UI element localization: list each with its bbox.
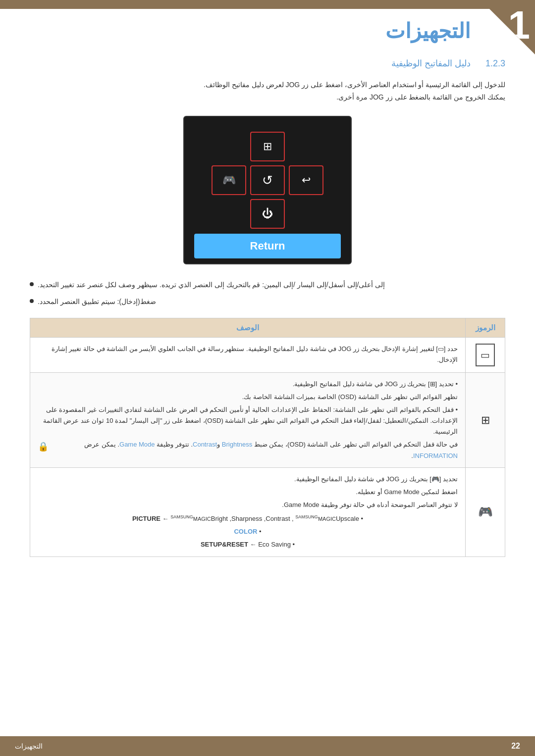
desc-part-3-4: • PICTURE ← SAMSUNGMAGICBright ,Sharpnes… — [38, 513, 458, 524]
desc-part-3-3: لا تتوفر العناصر الموضحة أدناه في حالة ت… — [38, 500, 458, 510]
monitor-return-label: Return — [194, 234, 341, 258]
osd-icon: ⊞ — [481, 414, 490, 426]
desc-part-3-1: تحديد [🎮] بتحريك زر JOG في شاشة دليل الم… — [38, 474, 458, 485]
table-header-col1: الرموز — [466, 318, 505, 337]
game-icon: 🎮 — [222, 174, 236, 187]
desc-text-3-2: اضغط لتمكين Game Mode أو تعطيله. — [356, 488, 458, 496]
brightness-text: Brightness — [222, 441, 252, 448]
table-row-3: 🎮 تحديد [🎮] بتحريك زر JOG في شاشة دليل ا… — [30, 467, 505, 556]
game-mode-text: Game Mode — [119, 441, 155, 448]
intro-text: للدخول إلى القائمة الرئيسية أو استخدام ا… — [30, 79, 505, 103]
desc-part-3-2: اضغط لتمكين Game Mode أو تعطيله. — [38, 487, 458, 498]
samsung-magic-sup: SAMSUNG — [170, 514, 193, 519]
table-icon-1: ▭ — [466, 337, 505, 372]
desc-part-3-6: • SETUP&RESET ← Eco Saving — [38, 539, 458, 550]
desc-part-2-1: • تحديد [⊞] بتحريك زر JOG في شاشة دليل ا… — [38, 379, 458, 390]
monitor-screen: ⊞ ↩ ↺ 🎮 ⏻ Return — [183, 116, 352, 264]
desc-text-1: حدد [▭] لتغيير إشارة الإدخال بتحريك زر J… — [52, 345, 458, 363]
desc-part-2-2: تظهر القوائم التي تظهر على الشاشة (OSD) … — [38, 392, 458, 403]
information-text: INFORMATION — [413, 452, 458, 459]
return-left-icon: ↩ — [302, 174, 311, 187]
table-row-1: ▭ حدد [▭] لتغيير إشارة الإدخال بتحريك زر… — [30, 337, 505, 372]
desc-text-3-1: تحديد [🎮] بتحريك زر JOG في شاشة دليل الم… — [294, 475, 458, 483]
footer-page-number: 22 — [511, 742, 520, 751]
monitor-diagram: ⊞ ↩ ↺ 🎮 ⏻ Return — [30, 116, 505, 264]
game-mode-icon: 🎮 — [478, 505, 493, 518]
bullet-item-2: ضغط(إدخال): سيتم تطبيق العنصر المحدد. — [30, 296, 505, 308]
table-desc-2: • تحديد [⊞] بتحريك زر JOG في شاشة دليل ا… — [30, 372, 466, 467]
color-label: COLOR — [234, 528, 257, 535]
desc-part-2-3: • قفل التحكم بالقوائم التي تظهر على الشا… — [38, 404, 458, 437]
footer-label: التجهيزات — [15, 742, 43, 750]
center-icon: ↺ — [262, 173, 273, 188]
table-header-col2: الوصف — [30, 318, 466, 337]
monitor-btn-bottom: ⏻ — [250, 199, 285, 229]
desc-text-2-4: في حالة قفل التحكم في القوائم التي تظهر … — [52, 439, 458, 461]
input-signal-icon: ▭ — [476, 344, 495, 366]
bullet-item-1: إلى أعلى/إلى أسفل/إلى اليسار /إلى اليمين… — [30, 279, 505, 291]
table-desc-3: تحديد [🎮] بتحريك زر JOG في شاشة دليل الم… — [30, 467, 466, 556]
contrast-text: Contrast — [193, 441, 217, 448]
bullet-list: إلى أعلى/إلى أسفل/إلى اليسار /إلى اليمين… — [30, 279, 505, 308]
bullet-text-2: ضغط(إدخال): سيتم تطبيق العنصر المحدد. — [38, 296, 156, 308]
bullet-text-1: إلى أعلى/إلى أسفل/إلى اليسار /إلى اليمين… — [38, 279, 385, 291]
magic-label2: MAGIC — [318, 516, 336, 522]
monitor-buttons: ⊞ ↩ ↺ 🎮 ⏻ — [194, 132, 341, 229]
bullet-dot-2 — [30, 299, 34, 303]
desc-text-2-1: تحديد [⊞] بتحريك زر JOG في شاشة دليل الم… — [293, 380, 454, 388]
monitor-btn-center: ↺ — [250, 165, 285, 195]
table-desc-1: حدد [▭] لتغيير إشارة الإدخال بتحريك زر J… — [30, 337, 466, 372]
content-area: 1.2.3 دليل المفاتيح الوظيفية للدخول إلى … — [0, 48, 535, 567]
picture-label: PICTURE — [132, 515, 160, 522]
monitor-btn-right: 🎮 — [212, 165, 246, 195]
table-icon-2: ⊞ — [466, 372, 505, 467]
desc-text-3-3: لا تتوفر العناصر الموضحة أدناه في حالة ت… — [282, 501, 458, 508]
power-icon: ⏻ — [262, 207, 273, 220]
grid-icon: ⊞ — [263, 140, 272, 153]
lock-icon: 🔒 — [38, 439, 49, 454]
intro-line2: يمكنك الخروج من القائمة بالضغط على زر JO… — [30, 91, 505, 103]
intro-line1: للدخول إلى القائمة الرئيسية أو استخدام ا… — [30, 79, 505, 91]
section-heading: 1.2.3 دليل المفاتيح الوظيفية — [30, 58, 505, 69]
upscale-label: Upscale — [336, 515, 359, 522]
monitor-btn-left: ↩ — [289, 165, 323, 195]
footer-strip: 22 التجهيزات — [0, 736, 535, 756]
magic-label: MAGIC — [193, 516, 211, 522]
desc-part-2-4: في حالة قفل التحكم في القوائم التي تظهر … — [38, 439, 458, 461]
table-icon-3: 🎮 — [466, 467, 505, 556]
bright-label: Bright ,Sharpness ,Contrast , — [211, 515, 294, 522]
section-number: 1.2.3 — [485, 58, 505, 68]
table-row-2: ⊞ • تحديد [⊞] بتحريك زر JOG في شاشة دليل… — [30, 372, 505, 467]
monitor-btn-top: ⊞ — [250, 132, 285, 161]
main-title: التجهيزات — [0, 9, 535, 48]
setup-reset-label: SETUP&RESET — [201, 541, 248, 548]
func-table: الرموز الوصف ▭ حدد [▭] لتغيير إشارة الإد… — [30, 318, 505, 557]
section-title: دليل المفاتيح الوظيفية — [391, 58, 471, 68]
header-strip — [0, 0, 535, 9]
desc-text-2-2: تظهر القوائم التي تظهر على الشاشة (OSD) … — [242, 393, 458, 401]
bullet-dot-1 — [30, 282, 34, 286]
desc-text-2-3: قفل التحكم بالقوائم التي تظهر على الشاشة… — [43, 406, 458, 435]
desc-part-3-5: • COLOR — [38, 526, 458, 537]
samsung-magic-sup2: SAMSUNG — [295, 514, 318, 519]
